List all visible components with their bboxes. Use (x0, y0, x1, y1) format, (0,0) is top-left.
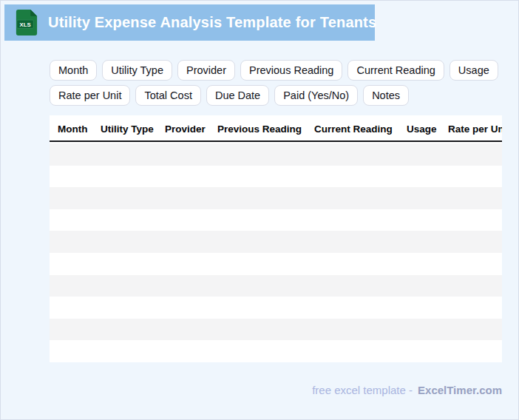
column-chip-notes[interactable]: Notes (363, 85, 409, 106)
empty-cell (440, 187, 502, 209)
column-header-current-reading: Current Reading (306, 115, 398, 141)
empty-cell (440, 143, 502, 166)
empty-cell (440, 297, 502, 319)
empty-cell (92, 143, 157, 166)
empty-cell (440, 340, 502, 362)
empty-cell (440, 275, 502, 297)
empty-cell (440, 231, 502, 253)
empty-cell (398, 209, 440, 231)
chip-row-2: Rate per UnitTotal CostDue DatePaid (Yes… (50, 85, 409, 106)
empty-cell (306, 166, 398, 188)
empty-cell (306, 297, 398, 319)
table-row (50, 275, 502, 297)
empty-cell (209, 340, 306, 362)
empty-cell (157, 340, 209, 362)
table-row (50, 253, 502, 275)
table-row (50, 166, 502, 188)
footer-credit: free excel template -ExcelTimer.com (312, 384, 502, 396)
empty-cell (306, 209, 398, 231)
empty-cell (398, 319, 440, 341)
empty-cell (157, 143, 209, 166)
empty-cell (157, 253, 209, 275)
empty-cell (50, 275, 92, 297)
table-row (50, 319, 502, 341)
spreadsheet-preview: MonthUtility TypeProviderPrevious Readin… (50, 115, 502, 365)
empty-cell (92, 253, 157, 275)
empty-cell (306, 275, 398, 297)
empty-cell (398, 275, 440, 297)
table-body (50, 141, 502, 362)
empty-cell (209, 319, 306, 341)
empty-cell (306, 253, 398, 275)
empty-cell (157, 231, 209, 253)
column-chip-usage[interactable]: Usage (450, 60, 498, 81)
empty-cell (398, 340, 440, 362)
empty-cell (157, 297, 209, 319)
empty-cell (440, 209, 502, 231)
empty-cell (209, 231, 306, 253)
table-row (50, 209, 502, 231)
empty-cell (398, 143, 440, 166)
footer-tagline: free excel template - (312, 384, 413, 396)
empty-cell (398, 166, 440, 188)
empty-cell (440, 166, 502, 188)
empty-cell (50, 166, 92, 188)
empty-cell (92, 187, 157, 209)
column-chip-month[interactable]: Month (50, 60, 97, 81)
column-header-utility-type: Utility Type (92, 115, 157, 141)
empty-cell (50, 143, 92, 166)
table-row (50, 231, 502, 253)
column-chip-paid-yes-no[interactable]: Paid (Yes/No) (274, 85, 358, 106)
empty-cell (398, 253, 440, 275)
empty-cell (209, 209, 306, 231)
empty-cell (92, 319, 157, 341)
empty-cell (92, 166, 157, 188)
empty-cell (92, 209, 157, 231)
empty-cell (157, 319, 209, 341)
empty-cell (209, 187, 306, 209)
column-header-month: Month (50, 115, 92, 141)
empty-cell (157, 209, 209, 231)
empty-cell (92, 231, 157, 253)
empty-cell (398, 187, 440, 209)
empty-cell (50, 187, 92, 209)
footer-brand-link[interactable]: ExcelTimer.com (418, 384, 502, 396)
column-chip-total-cost[interactable]: Total Cost (135, 85, 200, 106)
column-chip-rate-per-unit[interactable]: Rate per Unit (50, 85, 130, 106)
empty-cell (50, 231, 92, 253)
column-header-usage: Usage (398, 115, 440, 141)
table-row (50, 187, 502, 209)
empty-cell (50, 209, 92, 231)
xls-file-icon: XLS (14, 9, 38, 36)
column-header-provider: Provider (157, 115, 209, 141)
empty-cell (398, 231, 440, 253)
empty-cell (209, 166, 306, 188)
column-chip-utility-type[interactable]: Utility Type (102, 60, 172, 81)
empty-cell (306, 319, 398, 341)
empty-cell (50, 297, 92, 319)
empty-cell (92, 340, 157, 362)
empty-cell (440, 253, 502, 275)
empty-cell (157, 187, 209, 209)
empty-cell (306, 231, 398, 253)
empty-cell (209, 297, 306, 319)
column-chip-due-date[interactable]: Due Date (206, 85, 269, 106)
template-preview-page: XLS Utility Expense Analysis Template fo… (0, 0, 519, 420)
column-chip-previous-reading[interactable]: Previous Reading (240, 60, 342, 81)
table-row (50, 297, 502, 319)
table-row (50, 340, 502, 362)
chip-row-1: MonthUtility TypeProviderPrevious Readin… (50, 60, 498, 81)
column-chip-current-reading[interactable]: Current Reading (347, 60, 444, 81)
empty-cell (50, 340, 92, 362)
page-title: Utility Expense Analysis Template for Te… (48, 14, 376, 31)
table-row (50, 143, 502, 166)
empty-cell (157, 166, 209, 188)
empty-cell (209, 253, 306, 275)
empty-cell (306, 143, 398, 166)
column-header-previous-reading: Previous Reading (209, 115, 306, 141)
column-header-rate-per-unit: Rate per Unit (440, 115, 502, 141)
title-bar: XLS Utility Expense Analysis Template fo… (4, 4, 375, 41)
empty-cell (92, 275, 157, 297)
empty-cell (50, 253, 92, 275)
column-chip-provider[interactable]: Provider (177, 60, 235, 81)
